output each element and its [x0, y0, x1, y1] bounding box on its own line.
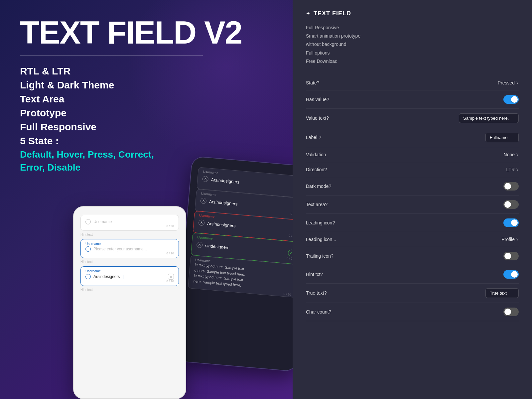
dropdown-leading-icon-type[interactable]: Profile ∨ [501, 237, 519, 242]
white-placeholder-2: Please enter your username... [93, 247, 147, 251]
control-text-area: Text area? [306, 196, 519, 214]
toggle-leading-icon[interactable] [503, 218, 519, 227]
chevron-state: ∨ [516, 80, 519, 85]
label-leading-icon-type: Leading icon... [306, 237, 336, 242]
left-panel: TEXT FIELD V2 RTL & LTR Light & Dark The… [0, 0, 293, 399]
grid-icon: ✦ [306, 10, 310, 17]
label-direction: Direction? [306, 167, 327, 172]
toggle-thumb-hint-txt [511, 271, 518, 278]
toggle-dark-mode[interactable] [503, 182, 519, 191]
chevron-leading-icon: ∨ [516, 237, 519, 241]
control-trailing-icon: Trailing icon? [306, 247, 519, 265]
white-placeholder-1: Username [93, 219, 112, 224]
dark-icon-3 [198, 219, 205, 226]
label-label-field: Label ? [306, 135, 321, 140]
input-label[interactable]: Fullname [485, 133, 519, 142]
panel-title: TEXT FIELD [314, 10, 351, 17]
label-char-count: Char count? [306, 309, 331, 315]
input-true-text[interactable]: True text [485, 288, 519, 298]
feature-theme: Light & Dark Theme [20, 79, 273, 91]
chevron-direction: ∨ [516, 167, 519, 172]
toggle-thumb-dark-mode [504, 183, 511, 190]
label-dark-mode: Dark mode? [306, 184, 331, 189]
toggle-thumb-has-value [511, 96, 518, 103]
desc-line-2: Smart animation prototype [306, 32, 519, 40]
dark-check-icon: ✓ [288, 249, 293, 257]
label-validation: Validation [306, 152, 326, 157]
feature-prototype: Prototype [20, 107, 273, 119]
features-list: RTL & LTR Light & Dark Theme Text Area P… [20, 66, 273, 174]
cursor-2 [123, 275, 123, 279]
toggle-thumb-char-count [504, 309, 511, 315]
white-phone: Username 0 / 20 Hint text Username Pleas… [73, 206, 186, 399]
desc-line-4: Full options [306, 49, 519, 57]
toggle-has-value[interactable] [503, 95, 519, 104]
control-validation: Validation None ∨ [306, 147, 519, 162]
white-icon-3 [85, 274, 91, 279]
input-value-text[interactable]: Sample text typed here. [459, 113, 519, 123]
panel-header: ✦ TEXT FIELD [306, 10, 519, 17]
desc-line-5: Free Download [306, 57, 519, 66]
control-value-text: Value text? Sample text typed here. [306, 109, 519, 128]
dark-icon-4 [197, 242, 203, 248]
dropdown-direction[interactable]: LTR ∨ [506, 167, 519, 172]
dark-label-2: Username [201, 192, 216, 197]
white-hint-2: Hint text [80, 260, 179, 264]
label-has-value: Has value? [306, 97, 329, 102]
toggle-thumb-trailing-icon [504, 253, 511, 259]
label-true-text: True text? [306, 290, 327, 296]
control-has-value: Has value? [306, 90, 519, 109]
toggle-text-area[interactable] [503, 200, 519, 209]
page-title: TEXT FIELD V2 [20, 17, 273, 49]
toggle-thumb-leading-icon [511, 219, 518, 226]
white-icon-1 [85, 219, 91, 224]
control-state: State? Pressed ∨ [306, 75, 519, 90]
dark-label-1: Username [203, 170, 218, 175]
label-state: State? [306, 80, 319, 85]
dark-value-4: sindesigners [205, 243, 230, 250]
white-field-1: Username 0 / 20 [80, 215, 179, 231]
label-value-text: Value text? [306, 115, 329, 121]
toggle-thumb-text-area [504, 201, 511, 208]
control-char-count: Char count? [306, 303, 519, 321]
desc-line-3: without background [306, 40, 519, 49]
feature-textarea: Text Area [20, 93, 273, 105]
label-trailing-icon: Trailing icon? [306, 253, 333, 259]
white-close-icon[interactable]: ✕ [168, 274, 174, 280]
white-count-2: 0 / 20 [85, 252, 174, 255]
dark-icon-1 [202, 176, 209, 183]
control-leading-icon-type: Leading icon... Profile ∨ [306, 232, 519, 247]
dropdown-validation[interactable]: None ∨ [504, 152, 519, 157]
chevron-validation: ∨ [516, 152, 519, 157]
control-hint-txt: Hint txt? [306, 265, 519, 284]
control-true-text: True text? True text [306, 284, 519, 303]
white-hint-1: Hint text [80, 233, 179, 236]
control-label-field: Label ? Fullname [306, 128, 519, 147]
white-icon-2 [85, 246, 91, 252]
white-hint-3: Hint text [80, 288, 179, 292]
toggle-char-count[interactable] [503, 308, 519, 316]
toggle-hint-txt[interactable] [503, 270, 519, 279]
control-dark-mode: Dark mode? [306, 177, 519, 196]
control-direction: Direction? LTR ∨ [306, 162, 519, 177]
control-leading-icon: Leading icon? [306, 214, 519, 232]
label-leading-icon: Leading icon? [306, 220, 335, 225]
right-panel: ✦ TEXT FIELD Full Responsive Smart anima… [293, 0, 532, 399]
dark-label-3: Username [199, 213, 215, 218]
toggle-trailing-icon[interactable] [503, 252, 519, 260]
dropdown-direction-value: LTR [506, 167, 515, 172]
label-text-area: Text area? [306, 202, 328, 207]
white-label-3: Username [85, 269, 174, 273]
desc-line-1: Full Responsive [306, 24, 519, 32]
states-label: 5 State : [20, 135, 273, 147]
panel-description: Full Responsive Smart animation prototyp… [306, 24, 519, 66]
white-value-3: Arsindesigners [93, 274, 120, 279]
dropdown-state-value: Pressed [498, 80, 515, 85]
phones-container: Username Arsindesigners 0 / 20 Username … [73, 160, 293, 399]
divider [20, 55, 203, 56]
white-field-3: Username Arsindesigners ✕ 0 / 20 [80, 266, 179, 286]
cursor [150, 247, 151, 251]
white-field-2[interactable]: Username Please enter your username... 0… [80, 239, 179, 258]
dropdown-validation-value: None [504, 152, 515, 157]
dropdown-state[interactable]: Pressed ∨ [498, 80, 519, 85]
